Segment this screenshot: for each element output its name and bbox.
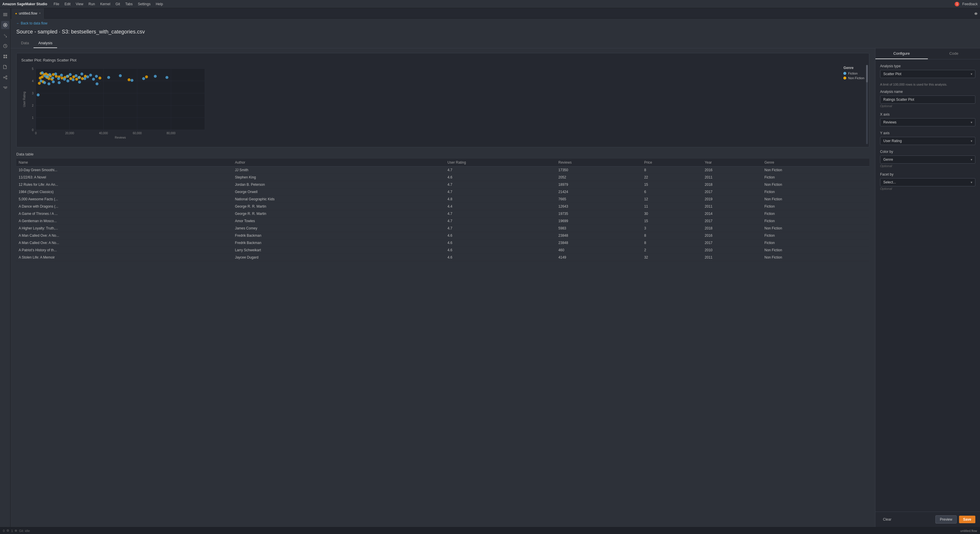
cell-genre: Non Fiction <box>762 167 869 174</box>
color-by-optional: Optional <box>880 164 975 168</box>
icon-sidebar <box>0 8 11 527</box>
color-by-select[interactable]: Genre None <box>880 156 975 164</box>
sidebar-files-icon[interactable] <box>1 63 10 71</box>
x-axis-label: X axis <box>880 112 975 116</box>
col-reviews: Reviews <box>556 159 642 167</box>
feedback-button[interactable]: Feedback <box>962 2 978 6</box>
cell-price: 15 <box>642 181 702 188</box>
tab-close-button[interactable]: × <box>39 12 41 15</box>
legend-non-fiction-dot <box>843 76 846 79</box>
sub-tab-analysis[interactable]: Analysis <box>33 38 57 48</box>
status-left: 0 <box>3 529 5 532</box>
config-tab-code[interactable]: Code <box>928 48 980 59</box>
cell-price: 3 <box>642 225 702 232</box>
sidebar-nodes-icon[interactable] <box>1 73 10 81</box>
facet-by-select[interactable]: Select... None Genre <box>880 178 975 186</box>
analysis-name-optional: Optional <box>880 104 975 108</box>
svg-point-93 <box>43 81 46 84</box>
analysis-name-input[interactable] <box>880 95 975 104</box>
cell-year: 2016 <box>702 167 762 174</box>
cell-genre: Fiction <box>762 203 869 210</box>
table-row: A Patriot's History of th...Larry Schwei… <box>16 246 869 254</box>
menu-kernel[interactable]: Kernel <box>98 2 113 7</box>
cell-reviews: 18979 <box>556 181 642 188</box>
sidebar-pipeline-icon[interactable] <box>1 84 10 92</box>
svg-point-89 <box>142 77 145 80</box>
menu-run[interactable]: Run <box>86 2 97 7</box>
menu-view[interactable]: View <box>73 2 86 7</box>
menu-help[interactable]: Help <box>154 2 165 7</box>
chart-scrollbar-thumb[interactable] <box>866 65 868 83</box>
svg-point-74 <box>63 78 66 81</box>
cell-year: 2011 <box>702 174 762 181</box>
svg-point-77 <box>72 78 75 81</box>
cell-author: Stephen King <box>232 174 445 181</box>
svg-text:3: 3 <box>32 92 33 95</box>
menu-file[interactable]: File <box>51 2 62 7</box>
menu-settings[interactable]: Settings <box>135 2 153 7</box>
table-row: A Man Called Ove: A No...Fredrik Backman… <box>16 232 869 239</box>
menu-edit[interactable]: Edit <box>62 2 73 7</box>
settings-gear-icon[interactable] <box>972 8 980 19</box>
cell-genre: Fiction <box>762 232 869 239</box>
clear-button[interactable]: Clear <box>880 516 894 523</box>
tab-untitled-flow[interactable]: ● untitled.flow × <box>12 8 45 19</box>
menu-git[interactable]: Git <box>113 2 123 7</box>
sidebar-git-icon[interactable] <box>1 32 10 40</box>
menu-tabs[interactable]: Tabs <box>123 2 135 7</box>
breadcrumb-link[interactable]: Back to data flow <box>16 21 48 25</box>
col-year: Year <box>702 159 762 167</box>
data-table: Name Author User Rating Reviews Price Ye… <box>16 159 869 261</box>
legend-non-fiction-label: Non Fiction <box>848 76 864 80</box>
table-row: A Stolen Life: A MemoirJaycee Dugard4.64… <box>16 254 869 261</box>
svg-point-92 <box>40 79 43 83</box>
save-button[interactable]: Save <box>959 516 975 523</box>
cell-rating: 4.7 <box>445 225 556 232</box>
tab-label: untitled.flow <box>19 11 37 16</box>
cell-name: A Man Called Ove: A No... <box>16 239 232 246</box>
svg-point-97 <box>67 79 69 83</box>
y-axis-select[interactable]: User Rating Reviews Price Year <box>880 137 975 145</box>
x-axis-field: X axis Reviews User Rating Price Year <box>880 112 975 126</box>
cell-reviews: 23848 <box>556 232 642 239</box>
sidebar-menu-icon[interactable] <box>1 11 10 19</box>
svg-point-57 <box>75 78 78 81</box>
svg-point-66 <box>41 72 44 74</box>
svg-point-73 <box>60 74 63 76</box>
x-axis-select-wrapper: Reviews User Rating Price Year <box>880 118 975 126</box>
facet-by-field: Facet by Select... None Genre Optional <box>880 172 975 191</box>
svg-point-90 <box>154 75 157 78</box>
cell-year: 2017 <box>702 188 762 195</box>
x-axis-select[interactable]: Reviews User Rating Price Year <box>880 118 975 126</box>
svg-point-80 <box>80 73 83 75</box>
preview-button[interactable]: Preview <box>935 515 957 523</box>
notification-badge[interactable]: 1 <box>955 2 959 6</box>
svg-text:20,000: 20,000 <box>65 132 74 135</box>
analysis-type-select[interactable]: Scatter Plot Histogram Bar Chart Line Ch… <box>880 70 975 78</box>
svg-rect-0 <box>3 13 7 14</box>
sidebar-home-icon[interactable] <box>1 21 10 29</box>
cell-price: 15 <box>642 218 702 225</box>
sub-tab-data[interactable]: Data <box>16 38 33 48</box>
svg-point-98 <box>78 81 81 84</box>
sidebar-explore-icon[interactable] <box>1 42 10 50</box>
menu-bar: Amazon SageMaker Studio File Edit View R… <box>0 0 980 8</box>
config-tab-configure[interactable]: Configure <box>875 48 928 59</box>
cell-author: Jaycee Dugard <box>232 254 445 261</box>
cell-author: George R. R. Martin <box>232 210 445 218</box>
svg-text:Reviews: Reviews <box>115 136 126 139</box>
cell-reviews: 21424 <box>556 188 642 195</box>
status-middle: 1 <box>11 529 13 532</box>
cell-name: A Dance with Dragons (... <box>16 203 232 210</box>
cell-genre: Fiction <box>762 210 869 218</box>
cell-rating: 4.7 <box>445 218 556 225</box>
chart-scrollbar[interactable] <box>866 65 868 144</box>
svg-point-88 <box>130 79 134 82</box>
sidebar-extensions-icon[interactable] <box>1 52 10 60</box>
cell-reviews: 19735 <box>556 210 642 218</box>
chart-panel: Scatter Plot: Ratings Scatter Plot <box>16 53 869 147</box>
color-by-field: Color by Genre None Optional <box>880 149 975 168</box>
chart-legend: Genre Fiction Non Fiction <box>843 66 864 81</box>
analysis-name-label: Analysis name <box>880 90 975 94</box>
cell-price: 22 <box>642 174 702 181</box>
